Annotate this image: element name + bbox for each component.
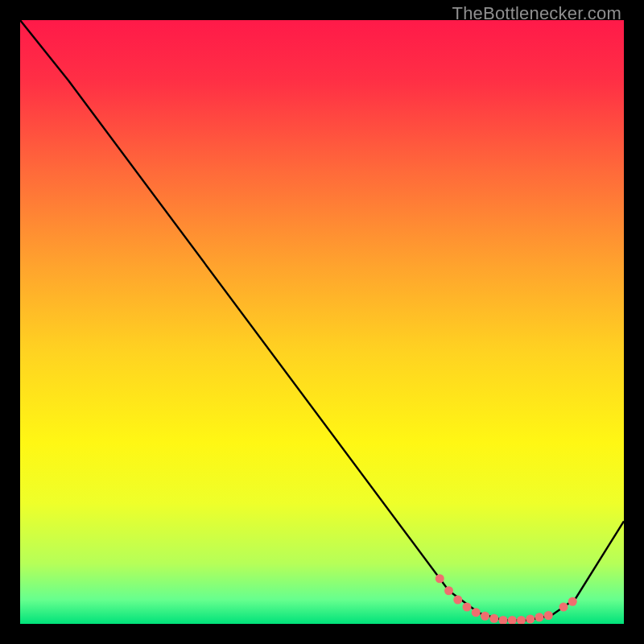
marker-dot (472, 608, 481, 617)
marker-dot (535, 613, 544, 621)
marker-dot (463, 603, 472, 612)
marker-dot (544, 611, 553, 620)
watermark-text: TheBottlenecker.com (452, 3, 621, 24)
marker-dot (444, 586, 453, 595)
marker-dot (436, 574, 444, 583)
bottleneck-plot (20, 20, 624, 624)
marker-dot (568, 597, 577, 606)
chart-frame (20, 20, 624, 624)
marker-dot (526, 615, 535, 624)
marker-dot (559, 603, 568, 612)
marker-dot (489, 614, 498, 623)
gradient-background (20, 20, 624, 624)
marker-dot (453, 596, 462, 605)
marker-dot (481, 612, 489, 621)
